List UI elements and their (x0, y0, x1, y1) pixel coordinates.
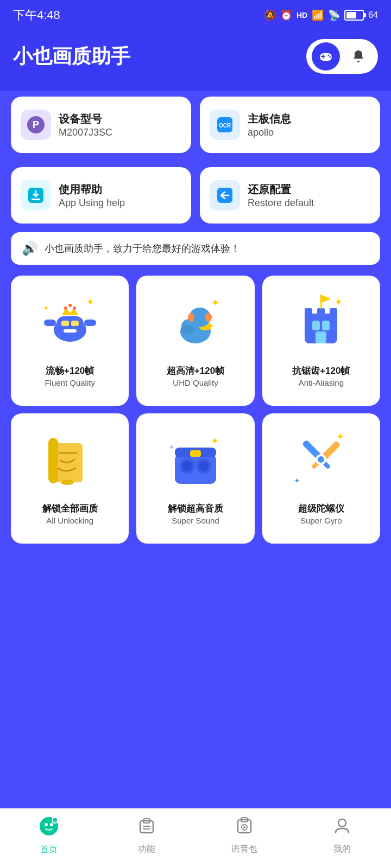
anti-aliasing-en: Anti-Aliasing (299, 378, 344, 387)
header: 小也画质助手 (0, 30, 391, 91)
device-model-text: 设备型号 M2007J3SC (59, 112, 112, 138)
svg-rect-10 (31, 199, 40, 200)
battery-fill (346, 12, 356, 18)
bell-button[interactable] (344, 42, 373, 71)
uhd-quality-cn: 超高清+120帧 (167, 365, 224, 377)
device-model-title: 设备型号 (59, 112, 112, 126)
restore-default-card[interactable]: 还原配置 Restore default (200, 167, 380, 224)
svg-text:✦: ✦ (86, 297, 94, 308)
motherboard-icon: OCR (210, 110, 240, 140)
app-help-title: 使用帮助 (59, 182, 125, 196)
svg-point-22 (68, 304, 72, 307)
anti-aliasing-cn: 抗锯齿+120帧 (292, 365, 350, 377)
nav-mine[interactable]: 我的 (293, 816, 391, 855)
svg-point-70 (45, 823, 48, 826)
motherboard-text: 主板信息 apollo (248, 112, 291, 138)
svg-point-56 (182, 461, 192, 471)
alarm-icon: ⏰ (280, 9, 292, 21)
device-model-icon: P (21, 110, 51, 140)
app-help-sub: App Using help (59, 197, 125, 209)
fluent-quality-card[interactable]: ✦ ✦ 流畅+120帧 Fluent Quality (11, 276, 129, 406)
status-time: 下午4:48 (13, 7, 60, 23)
nav-home-icon: + (39, 816, 59, 841)
anti-aliasing-card[interactable]: ✦ 抗锯齿+120帧 Anti-Aliasing (262, 276, 380, 406)
restore-sub: Restore default (248, 197, 314, 209)
svg-point-4 (330, 56, 331, 58)
fluent-quality-en: Fluent Quality (45, 378, 95, 387)
svg-point-36 (205, 313, 212, 322)
signal-icon: 📶 (312, 9, 324, 21)
battery-percent: 64 (368, 10, 378, 20)
battery-icon (344, 10, 364, 21)
svg-rect-18 (64, 329, 77, 333)
status-icons: 🔕 ⏰ HD 📶 📡 64 (264, 9, 378, 21)
game-button[interactable] (312, 42, 340, 71)
super-gyro-cn: 超级陀螺仪 (298, 502, 344, 515)
nav-mine-icon (332, 816, 352, 840)
nav-voice-pack-icon (235, 816, 254, 840)
svg-rect-54 (190, 450, 201, 457)
status-bar: 下午4:48 🔕 ⏰ HD 📶 📡 64 (0, 0, 391, 30)
svg-rect-13 (56, 316, 84, 337)
super-gyro-card[interactable]: ✦ ✦ 超级陀螺仪 Super Gyro (262, 413, 380, 544)
hd-icon: HD (297, 11, 307, 20)
super-sound-card[interactable]: ✦ ✦ 解锁超高音质 Super Sound (136, 413, 254, 544)
restore-text: 还原配置 Restore default (248, 182, 314, 209)
svg-rect-16 (61, 321, 69, 326)
announce-icon: 🔊 (22, 241, 38, 256)
wifi-icon: 📡 (328, 9, 340, 21)
motherboard-title: 主板信息 (248, 112, 291, 126)
app-title: 小也画质助手 (13, 43, 130, 70)
svg-rect-23 (44, 320, 56, 326)
nav-voice-pack-label: 语音包 (231, 844, 257, 855)
motherboard-value: apollo (248, 127, 291, 138)
svg-point-32 (181, 326, 194, 334)
uhd-quality-img: ✦ (160, 286, 231, 357)
svg-text:✦: ✦ (43, 304, 49, 312)
all-unlocking-card[interactable]: 解锁全部画质 All Unlocking (11, 413, 129, 544)
svg-rect-40 (330, 308, 337, 318)
action-cards-row: 使用帮助 App Using help 还原配置 Restore default (11, 162, 380, 224)
nav-function-label: 功能 (138, 844, 155, 855)
announcement-text: 小也画质助手，致力于给您最好的游戏体验！ (45, 242, 240, 255)
motherboard-card[interactable]: OCR 主板信息 apollo (200, 97, 380, 153)
nav-home[interactable]: + 首页 (0, 816, 98, 856)
svg-point-35 (188, 313, 194, 322)
announcement-bar: 🔊 小也画质助手，致力于给您最好的游戏体验！ (11, 232, 380, 265)
svg-text:P: P (33, 119, 39, 130)
svg-text:+: + (53, 819, 56, 824)
gamepad-icon (318, 48, 334, 65)
svg-point-3 (328, 55, 330, 56)
svg-rect-43 (316, 331, 326, 343)
feature-grid: ✦ ✦ 流畅+120帧 Fluent Quality (11, 276, 380, 544)
main-content: P 设备型号 M2007J3SC OCR 主板信息 apollo (0, 91, 391, 840)
svg-text:✦: ✦ (211, 436, 219, 446)
all-unlocking-img (35, 424, 105, 495)
svg-point-20 (64, 307, 67, 310)
svg-text:✦: ✦ (294, 476, 300, 485)
svg-point-58 (199, 461, 209, 471)
nav-function[interactable]: 功能 (98, 816, 195, 855)
fluent-quality-img: ✦ ✦ (35, 286, 105, 357)
svg-text:✦: ✦ (168, 443, 175, 451)
svg-point-66 (318, 456, 324, 463)
svg-rect-17 (71, 321, 79, 326)
svg-marker-45 (321, 295, 331, 303)
super-sound-cn: 解锁超高音质 (168, 502, 223, 515)
fluent-quality-cn: 流畅+120帧 (46, 365, 94, 377)
header-buttons (306, 39, 378, 74)
app-help-card[interactable]: 使用帮助 App Using help (11, 167, 191, 224)
bell-icon (350, 48, 367, 65)
svg-rect-49 (48, 438, 58, 483)
device-model-card[interactable]: P 设备型号 M2007J3SC (11, 97, 191, 153)
info-cards-row1: P 设备型号 M2007J3SC OCR 主板信息 apollo (11, 91, 380, 153)
mute-icon: 🔕 (264, 9, 276, 21)
uhd-quality-card[interactable]: ✦ 超高清+120帧 UHD Quality (136, 276, 254, 406)
svg-rect-41 (312, 321, 320, 330)
svg-point-21 (73, 307, 76, 310)
svg-point-51 (61, 480, 74, 485)
nav-home-label: 首页 (40, 844, 58, 856)
restore-icon (210, 180, 240, 210)
nav-voice-pack[interactable]: 语音包 (195, 816, 293, 855)
svg-text:OCR: OCR (219, 123, 231, 129)
